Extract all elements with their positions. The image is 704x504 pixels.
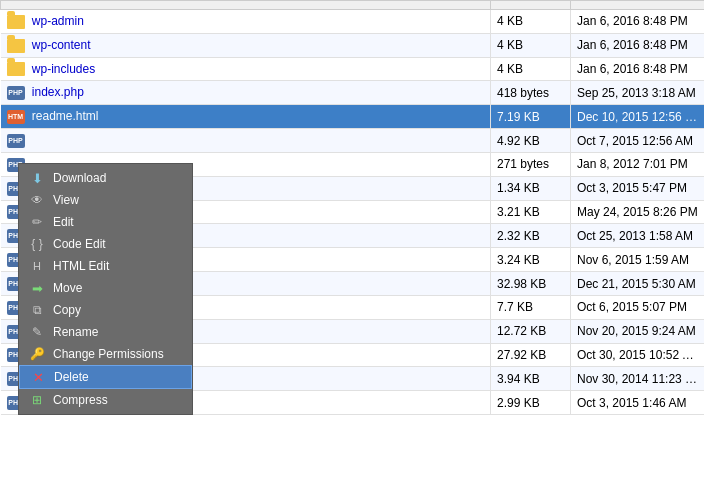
view-menu-icon: 👁 [27,192,47,208]
cell-size: 2.99 KB [491,391,571,415]
menu-item-label: Delete [54,370,89,384]
menu-item-compress[interactable]: ⊞ Compress [19,389,192,411]
cell-size: 418 bytes [491,81,571,105]
cell-size: 3.24 KB [491,248,571,272]
html-icon: HTM [7,110,25,124]
menu-item-move[interactable]: ➡ Move [19,277,192,299]
file-link[interactable]: readme.html [32,109,99,123]
menu-item-label: Edit [53,215,74,229]
copy-icon: ⧉ [33,303,42,317]
table-row[interactable]: wp-admin 4 KB Jan 6, 2016 8:48 PM [1,10,705,34]
cell-modified: Jan 6, 2016 8:48 PM [571,33,705,57]
view-icon: 👁 [31,193,43,207]
cell-size: 27.92 KB [491,343,571,367]
folder-icon [7,15,25,29]
menu-item-label: Copy [53,303,81,317]
menu-item-code-edit[interactable]: { } Code Edit [19,233,192,255]
menu-item-rename[interactable]: ✎ Rename [19,321,192,343]
table-row[interactable]: wp-content 4 KB Jan 6, 2016 8:48 PM [1,33,705,57]
menu-item-label: View [53,193,79,207]
cell-size: 4 KB [491,10,571,34]
menu-item-label: Move [53,281,82,295]
table-row[interactable]: HTM readme.html 7.19 KB Dec 10, 2015 12:… [1,105,705,129]
perms-menu-icon: 🔑 [27,346,47,362]
cell-modified: Nov 6, 2015 1:59 AM [571,248,705,272]
cell-name: PHP index.php [1,81,491,105]
move-icon: ➡ [32,281,43,296]
compress-menu-icon: ⊞ [27,392,47,408]
cell-modified: Oct 30, 2015 10:52 AM [571,343,705,367]
cell-name: PHP [1,129,491,153]
delete-icon: ✕ [33,370,44,385]
php-icon: PHP [7,134,25,148]
col-header-modified [571,1,705,10]
download-icon: ⬇ [32,171,43,186]
copy-menu-icon: ⧉ [27,302,47,318]
table-row[interactable]: PHP index.php 418 bytes Sep 25, 2013 3:1… [1,81,705,105]
cell-modified: Nov 30, 2014 11:23 PM [571,367,705,391]
folder-icon [7,62,25,76]
edit-icon: ✏ [32,215,42,229]
cell-size: 7.7 KB [491,295,571,319]
cell-size: 7.19 KB [491,105,571,129]
menu-item-label: Download [53,171,106,185]
cell-size: 4.92 KB [491,129,571,153]
menu-item-label: Compress [53,393,108,407]
cell-size: 2.32 KB [491,224,571,248]
menu-item-change-permissions[interactable]: 🔑 Change Permissions [19,343,192,365]
permissions-icon: 🔑 [30,347,45,361]
cell-modified: Jan 8, 2012 7:01 PM [571,152,705,176]
file-link[interactable]: wp-includes [32,62,95,76]
col-header-name [1,1,491,10]
cell-modified: Oct 3, 2015 5:47 PM [571,176,705,200]
menu-item-label: Change Permissions [53,347,164,361]
menu-item-download[interactable]: ⬇ Download [19,167,192,189]
file-link[interactable]: wp-admin [32,14,84,28]
table-row[interactable]: wp-includes 4 KB Jan 6, 2016 8:48 PM [1,57,705,81]
php-icon: PHP [7,86,25,100]
cell-modified: Oct 7, 2015 12:56 AM [571,129,705,153]
context-menu: ⬇ Download 👁 View ✏ Edit { } Code Edit H… [18,163,193,415]
cell-size: 12.72 KB [491,319,571,343]
menu-item-view[interactable]: 👁 View [19,189,192,211]
cell-name: HTM readme.html [1,105,491,129]
cell-size: 3.21 KB [491,200,571,224]
table-row[interactable]: PHP 4.92 KB Oct 7, 2015 12:56 AM [1,129,705,153]
cell-modified: Jan 6, 2016 8:48 PM [571,10,705,34]
rename-icon: ✎ [32,325,42,339]
compress-icon: ⊞ [32,393,42,407]
menu-item-html-edit[interactable]: H HTML Edit [19,255,192,277]
cell-name: wp-admin [1,10,491,34]
cell-name: wp-includes [1,57,491,81]
cell-modified: Dec 10, 2015 12:56 PM [571,105,705,129]
cell-modified: Oct 6, 2015 5:07 PM [571,295,705,319]
col-header-size [491,1,571,10]
cell-size: 4 KB [491,57,571,81]
file-link[interactable]: wp-content [32,38,91,52]
folder-icon [7,39,25,53]
cell-modified: Nov 20, 2015 9:24 AM [571,319,705,343]
html-edit-icon: H [33,260,41,272]
cell-size: 271 bytes [491,152,571,176]
download-menu-icon: ⬇ [27,170,47,186]
rename-menu-icon: ✎ [27,324,47,340]
file-link[interactable]: index.php [32,85,84,99]
menu-item-label: Rename [53,325,98,339]
cell-modified: Dec 21, 2015 5:30 AM [571,272,705,296]
menu-item-copy[interactable]: ⧉ Copy [19,299,192,321]
cell-modified: Oct 3, 2015 1:46 AM [571,391,705,415]
cell-size: 1.34 KB [491,176,571,200]
cell-modified: Oct 25, 2013 1:58 AM [571,224,705,248]
code-menu-icon: { } [27,236,47,252]
html-menu-icon: H [27,258,47,274]
code-icon: { } [31,237,42,251]
menu-item-delete[interactable]: ✕ Delete [19,365,192,389]
move-menu-icon: ➡ [27,280,47,296]
edit-menu-icon: ✏ [27,214,47,230]
delete-menu-icon: ✕ [28,369,48,385]
cell-modified: Sep 25, 2013 3:18 AM [571,81,705,105]
cell-size: 32.98 KB [491,272,571,296]
menu-item-edit[interactable]: ✏ Edit [19,211,192,233]
cell-name: wp-content [1,33,491,57]
menu-item-label: HTML Edit [53,259,109,273]
